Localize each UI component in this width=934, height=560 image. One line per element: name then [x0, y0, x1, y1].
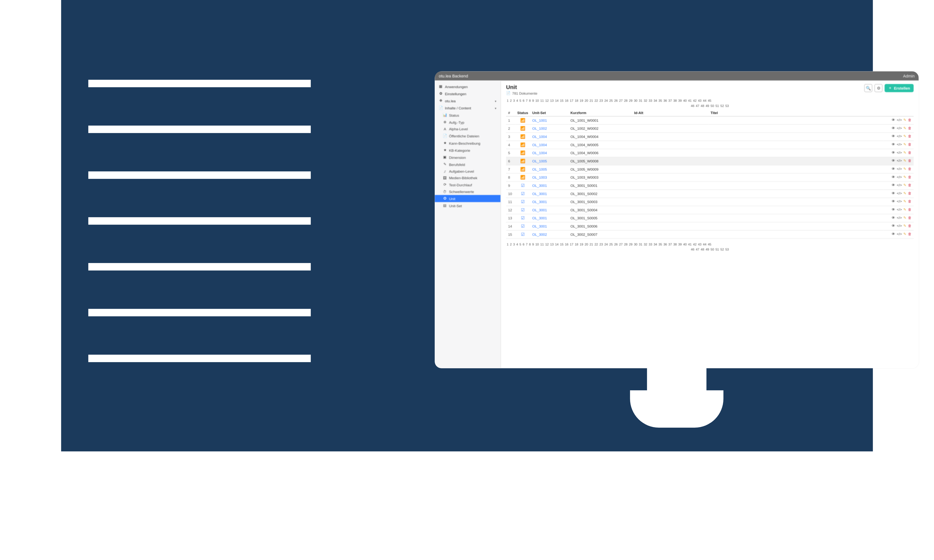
page-link[interactable]: 4 — [516, 242, 519, 247]
page-link[interactable]: 27 — [618, 242, 623, 247]
sidebar-item-status[interactable]: 📊Status — [435, 111, 501, 118]
table-row[interactable]: 12☑OL_3001OL_3001_S0004👁</>✎🗑 — [506, 206, 914, 214]
page-link[interactable]: 49 — [705, 247, 710, 252]
page-link[interactable]: 33 — [648, 242, 653, 247]
page-link[interactable]: 15 — [559, 98, 564, 103]
view-icon[interactable]: 👁 — [892, 135, 895, 139]
page-link[interactable]: 32 — [643, 98, 648, 103]
page-link[interactable]: 39 — [678, 242, 683, 247]
page-link[interactable]: 8 — [528, 98, 532, 103]
cell-unit-set[interactable]: OL_1001 — [530, 116, 569, 125]
edit-icon[interactable]: ✎ — [903, 224, 906, 228]
code-icon[interactable]: </> — [897, 200, 902, 204]
table-row[interactable]: 8📶OL_1003OL_1003_W0003👁</>✎🗑 — [506, 173, 914, 182]
code-icon[interactable]: </> — [897, 151, 902, 155]
delete-icon[interactable]: 🗑 — [908, 143, 912, 147]
sidebar-item-einstellungen[interactable]: ✿Einstellungen — [435, 90, 501, 97]
page-link[interactable]: 45 — [707, 98, 712, 103]
edit-icon[interactable]: ✎ — [903, 135, 906, 139]
page-link[interactable]: 36 — [663, 242, 667, 247]
view-icon[interactable]: 👁 — [892, 118, 895, 123]
page-link[interactable]: 12 — [544, 98, 549, 103]
code-icon[interactable]: </> — [897, 224, 902, 228]
page-link[interactable]: 21 — [589, 242, 593, 247]
table-row[interactable]: 4📶OL_1004OL_1004_W0005👁</>✎🗑 — [506, 141, 914, 149]
sidebar-item-schwellenwerte[interactable]: ⏱Schwellenwerte — [435, 188, 501, 195]
code-icon[interactable]: </> — [897, 143, 902, 147]
page-link[interactable]: 47 — [695, 247, 700, 252]
edit-icon[interactable]: ✎ — [903, 151, 906, 155]
cell-unit-set[interactable]: OL_1003 — [530, 173, 569, 182]
view-icon[interactable]: 👁 — [892, 175, 895, 179]
sidebar-item-medien-bibliothek[interactable]: 🖼Medien-Bibliothek — [435, 175, 501, 181]
delete-icon[interactable]: 🗑 — [908, 232, 912, 237]
cell-unit-set[interactable]: OL_1002 — [530, 124, 569, 132]
page-link[interactable]: 17 — [569, 242, 574, 247]
settings-button[interactable]: ⚙ — [875, 84, 883, 92]
sidebar-item-unit-set[interactable]: ▤Unit-Set — [435, 202, 501, 209]
code-icon[interactable]: </> — [897, 192, 902, 195]
page-link[interactable]: 22 — [594, 98, 599, 103]
edit-icon[interactable]: ✎ — [903, 167, 906, 171]
page-link[interactable]: 11 — [539, 98, 544, 103]
page-link[interactable]: 31 — [638, 242, 643, 247]
page-link[interactable]: 2 — [509, 242, 512, 247]
cell-unit-set[interactable]: OL_3001 — [530, 222, 569, 230]
page-link[interactable]: 27 — [618, 98, 623, 103]
sidebar-item-aufgaben-level[interactable]: ⎎Aufgaben-Level — [435, 168, 501, 175]
edit-icon[interactable]: ✎ — [903, 126, 906, 131]
page-link[interactable]: 25 — [609, 98, 613, 103]
page-link[interactable]: 51 — [715, 247, 720, 252]
page-link[interactable]: 7 — [525, 242, 528, 247]
sidebar-item-inhalte-content[interactable]: 📄Inhalte / Content▾ — [435, 105, 501, 111]
page-link[interactable]: 42 — [692, 242, 697, 247]
page-link[interactable]: 41 — [687, 242, 692, 247]
code-icon[interactable]: </> — [897, 183, 902, 188]
page-link[interactable]: 12 — [544, 242, 549, 247]
col-kurzform[interactable]: Kurzform — [569, 109, 632, 116]
page-link[interactable]: 52 — [720, 247, 724, 252]
page-link[interactable]: 9 — [532, 242, 535, 247]
page-link[interactable]: 30 — [633, 242, 638, 247]
edit-icon[interactable]: ✎ — [903, 232, 906, 237]
page-link[interactable]: 16 — [564, 242, 569, 247]
page-link[interactable]: 35 — [658, 98, 663, 103]
page-link[interactable]: 37 — [667, 98, 672, 103]
page-link[interactable]: 38 — [673, 242, 678, 247]
page-link[interactable]: 48 — [700, 103, 705, 108]
page-link[interactable]: 44 — [702, 98, 707, 103]
cell-unit-set[interactable]: OL_1004 — [530, 149, 569, 157]
cell-unit-set[interactable]: OL_3001 — [530, 182, 569, 190]
edit-icon[interactable]: ✎ — [903, 192, 906, 195]
page-link[interactable]: 5 — [519, 98, 522, 103]
cell-unit-set[interactable]: OL_3001 — [530, 198, 569, 206]
view-icon[interactable]: 👁 — [892, 200, 895, 204]
page-link[interactable]: 53 — [724, 247, 729, 252]
table-row[interactable]: 15☑OL_3002OL_3002_S0007👁</>✎🗑 — [506, 230, 914, 238]
page-link[interactable]: 23 — [599, 242, 604, 247]
page-link[interactable]: 21 — [589, 98, 593, 103]
page-link[interactable]: 6 — [522, 242, 525, 247]
code-icon[interactable]: </> — [897, 208, 902, 212]
page-link[interactable]: 25 — [609, 242, 613, 247]
page-link[interactable]: 38 — [673, 98, 678, 103]
cell-unit-set[interactable]: OL_3002 — [530, 230, 569, 238]
sidebar-item-otu-lea[interactable]: ❉otu.lea▾ — [435, 97, 501, 105]
page-link[interactable]: 45 — [707, 242, 712, 247]
page-link[interactable]: 28 — [623, 242, 628, 247]
sidebar-item-alpha-level[interactable]: AAlpha-Level — [435, 126, 501, 132]
delete-icon[interactable]: 🗑 — [908, 151, 912, 155]
col-unit-set[interactable]: Unit-Set — [530, 109, 569, 116]
page-link[interactable]: 20 — [584, 98, 589, 103]
code-icon[interactable]: </> — [897, 159, 902, 163]
page-link[interactable]: 3 — [512, 242, 516, 247]
code-icon[interactable]: </> — [897, 135, 902, 139]
page-link[interactable]: 53 — [724, 103, 729, 108]
page-link[interactable]: 39 — [678, 98, 683, 103]
table-row[interactable]: 3📶OL_1004OL_1004_W0004👁</>✎🗑 — [506, 132, 914, 141]
cell-unit-set[interactable]: OL_1005 — [530, 165, 569, 174]
edit-icon[interactable]: ✎ — [903, 175, 906, 179]
page-link[interactable]: 33 — [648, 98, 653, 103]
page-link[interactable]: 1 — [506, 98, 509, 103]
table-row[interactable]: 6📶OL_1005OL_1005_W0008👁</>✎🗑 — [506, 157, 914, 165]
